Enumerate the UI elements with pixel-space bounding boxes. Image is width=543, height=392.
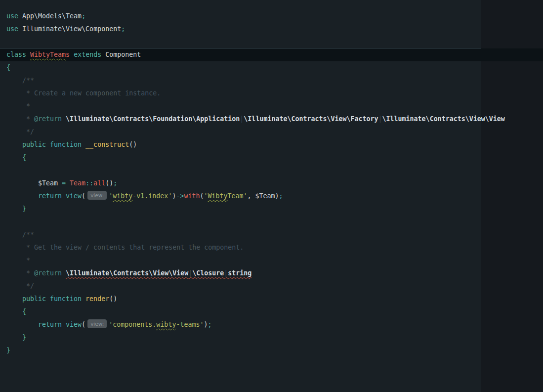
code-token xyxy=(6,192,38,200)
code-token: * xyxy=(6,257,30,264)
code-line[interactable] xyxy=(0,36,543,48)
code-line[interactable]: * Get the view / contents that represent… xyxy=(0,241,543,254)
code-token: { xyxy=(6,154,26,161)
code-token: Team' xyxy=(228,192,248,200)
code-token: * Create a new component instance. xyxy=(6,89,161,97)
code-token: $Team xyxy=(255,192,275,200)
code-token: \Illuminate\Contracts\Foundation\Applica… xyxy=(66,115,240,123)
code-token: \Closure xyxy=(192,269,224,277)
code-line[interactable]: * xyxy=(0,254,543,267)
code-line[interactable]: { xyxy=(0,305,543,318)
code-token: */ xyxy=(6,128,34,135)
indent-guide xyxy=(22,318,22,331)
code-token: string xyxy=(228,269,251,277)
code-line[interactable]: $Team = Team::all(); xyxy=(0,177,543,190)
code-token: * xyxy=(6,115,34,123)
code-line[interactable]: } xyxy=(0,344,543,357)
code-token: * Get the view / contents that represent… xyxy=(6,244,244,251)
code-token: all xyxy=(93,179,105,187)
code-line[interactable]: */ xyxy=(0,280,543,293)
code-token: ) xyxy=(275,192,279,200)
indent-guide xyxy=(22,164,22,203)
code-token: render xyxy=(85,295,109,303)
code-token: class xyxy=(6,51,30,58)
code-token: * xyxy=(6,269,34,277)
code-token: */ xyxy=(6,282,34,290)
code-line[interactable]: public function __construct() xyxy=(0,138,543,151)
code-token: extends xyxy=(70,51,105,58)
code-token: public function xyxy=(6,295,85,303)
code-token: ( xyxy=(82,321,85,328)
code-token: \Illuminate\Contracts\View\View xyxy=(66,269,188,277)
code-token: * xyxy=(6,102,30,110)
code-token: | xyxy=(378,115,382,123)
code-token: } xyxy=(6,205,26,213)
code-token: __construct xyxy=(85,141,129,148)
code-token: \Illuminate\Contracts\View\Factory xyxy=(244,115,378,123)
code-line[interactable] xyxy=(0,216,543,228)
code-token: ( xyxy=(82,192,85,200)
code-token: return view xyxy=(38,192,82,200)
code-line[interactable]: public function render() xyxy=(0,293,543,305)
code-token: Team xyxy=(70,179,85,187)
code-editor[interactable]: use App\Models\Team;use Illuminate\View\… xyxy=(0,10,543,357)
code-token: @return xyxy=(34,269,66,277)
code-token: wibty xyxy=(156,321,176,328)
code-token: WibtyTeam xyxy=(30,51,66,58)
code-token: with xyxy=(184,192,200,200)
code-token: /** xyxy=(6,77,34,84)
code-token: use xyxy=(6,25,22,33)
code-token: -teams' xyxy=(176,321,204,328)
code-line[interactable]: } xyxy=(0,331,543,344)
code-token: return view xyxy=(38,321,82,328)
right-margin-guide xyxy=(481,0,481,392)
code-line[interactable]: * Create a new component instance. xyxy=(0,87,543,100)
code-token: ; xyxy=(208,321,211,328)
code-token: { xyxy=(6,308,26,315)
code-line[interactable]: return view(view:'wibty-v1.index')->with… xyxy=(0,190,543,203)
code-token: () xyxy=(105,179,113,187)
code-line[interactable]: /** xyxy=(0,228,543,241)
code-token: wibty xyxy=(113,192,132,200)
code-token: ; xyxy=(113,179,117,187)
code-token: } xyxy=(6,347,10,354)
code-line[interactable]: return view(view:'components.wibty-teams… xyxy=(0,318,543,331)
code-line[interactable]: use App\Models\Team; xyxy=(0,10,543,23)
code-token: @return xyxy=(34,115,66,123)
code-token: , xyxy=(248,192,255,200)
code-line[interactable]: * @return \Illuminate\Contracts\Foundati… xyxy=(0,113,543,126)
code-token: App\Models\Team xyxy=(22,12,82,20)
code-line[interactable]: use Illuminate\View\Component; xyxy=(0,23,543,36)
code-line[interactable]: } xyxy=(0,203,543,216)
code-token: { xyxy=(6,64,10,71)
inlay-hint-view-parameter[interactable]: view: xyxy=(87,319,107,328)
code-line[interactable]: /** xyxy=(0,74,543,87)
code-line[interactable] xyxy=(0,164,543,177)
code-token: -> xyxy=(176,192,184,200)
code-token: public function xyxy=(6,141,85,148)
code-token: () xyxy=(129,141,137,148)
code-token xyxy=(6,321,38,328)
code-token: () xyxy=(109,295,117,303)
code-token: = xyxy=(62,179,70,187)
code-line[interactable]: { xyxy=(0,151,543,164)
code-token: ; xyxy=(82,12,85,20)
code-token: Wibty xyxy=(208,192,227,200)
code-line[interactable]: */ xyxy=(0,126,543,138)
code-token: ; xyxy=(121,25,125,33)
code-token: use xyxy=(6,12,22,20)
code-token: -v1.index' xyxy=(132,192,172,200)
code-line-current[interactable]: class WibtyTeams extends Component xyxy=(0,48,543,61)
code-token: } xyxy=(6,334,26,341)
code-line[interactable]: { xyxy=(0,61,543,74)
code-token: 'components. xyxy=(109,321,156,328)
code-token: Component xyxy=(105,51,141,58)
inlay-hint-view-parameter[interactable]: view: xyxy=(87,191,107,200)
code-token: Illuminate\View\Component xyxy=(22,25,121,33)
code-token: :: xyxy=(85,179,93,187)
code-line[interactable]: * xyxy=(0,100,543,113)
code-token: s xyxy=(66,51,70,58)
code-token: ; xyxy=(279,192,283,200)
code-line[interactable]: * @return \Illuminate\Contracts\View\Vie… xyxy=(0,267,543,280)
editor-window: use App\Models\Team;use Illuminate\View\… xyxy=(0,0,543,392)
